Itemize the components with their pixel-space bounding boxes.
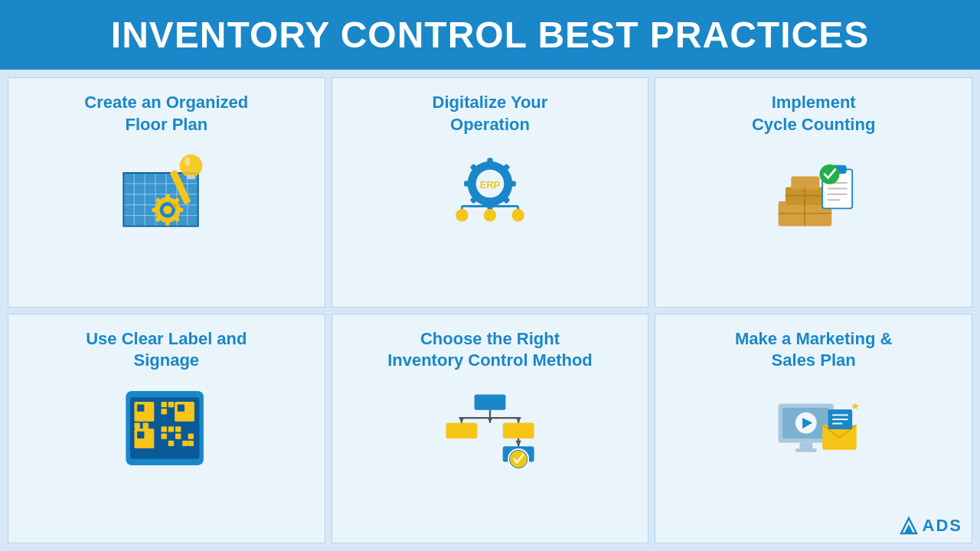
cell-5-title: Choose the RightInventory Control Method: [387, 328, 593, 372]
svg-rect-15: [165, 194, 170, 200]
svg-rect-66: [135, 402, 155, 422]
svg-rect-19: [165, 220, 170, 225]
svg-rect-76: [143, 423, 149, 429]
svg-rect-87: [446, 423, 477, 439]
svg-rect-82: [168, 441, 174, 446]
cell-control-method: Choose the RightInventory Control Method: [332, 314, 649, 544]
svg-rect-73: [168, 402, 174, 407]
svg-rect-81: [175, 434, 181, 439]
ads-logo-icon: [898, 515, 920, 536]
svg-point-63: [819, 165, 839, 184]
svg-rect-69: [178, 405, 185, 412]
svg-point-100: [510, 451, 527, 468]
content-grid: Create an OrganizedFloor Plan: [0, 70, 980, 551]
cell-1-title: Create an OrganizedFloor Plan: [84, 92, 248, 135]
cell-4-title: Use Clear Label andSignage: [86, 328, 247, 372]
marketing-icon: [764, 383, 864, 474]
svg-rect-83: [183, 441, 188, 446]
svg-point-27: [185, 157, 190, 165]
svg-rect-86: [475, 395, 506, 410]
cell-floor-plan: Create an OrganizedFloor Plan: [8, 77, 325, 308]
svg-point-44: [484, 209, 497, 222]
svg-rect-84: [188, 434, 194, 439]
svg-rect-79: [175, 426, 181, 432]
svg-rect-32: [506, 181, 516, 186]
svg-marker-96: [459, 417, 464, 422]
svg-point-14: [164, 205, 172, 214]
svg-rect-78: [168, 426, 174, 432]
svg-rect-67: [137, 405, 144, 412]
svg-rect-74: [162, 409, 167, 414]
svg-point-45: [511, 209, 524, 222]
svg-rect-68: [175, 402, 194, 422]
erp-icon: ERP: [448, 146, 532, 238]
cell-label-signage: Use Clear Label andSignage: [8, 314, 325, 544]
svg-marker-95: [487, 417, 492, 422]
header: INVENTORY CONTROL BEST PRACTICES: [0, 0, 980, 70]
svg-rect-21: [152, 207, 158, 212]
svg-rect-30: [487, 158, 492, 168]
svg-point-43: [456, 209, 469, 222]
svg-rect-80: [162, 434, 167, 439]
svg-rect-75: [135, 423, 140, 429]
page-title: INVENTORY CONTROL BEST PRACTICES: [111, 14, 869, 56]
control-method-icon: [440, 383, 540, 474]
svg-rect-85: [188, 441, 194, 446]
cycle-counting-icon: [764, 146, 864, 238]
svg-rect-72: [162, 402, 167, 407]
svg-rect-26: [187, 174, 195, 179]
ads-logo-text: ADS: [923, 516, 962, 536]
cell-6-title: Make a Marketing &Sales Plan: [735, 328, 892, 372]
svg-text:ERP: ERP: [480, 178, 501, 190]
svg-marker-112: [851, 402, 859, 409]
ads-logo: ADS: [898, 515, 962, 536]
cell-cycle-counting: ImplementCycle Counting: [655, 77, 972, 308]
svg-rect-17: [178, 207, 183, 212]
cell-3-title: ImplementCycle Counting: [752, 92, 875, 135]
svg-rect-88: [503, 423, 534, 439]
svg-rect-77: [162, 426, 167, 432]
svg-point-25: [180, 155, 203, 178]
svg-rect-52: [791, 176, 819, 189]
svg-marker-98: [515, 441, 521, 446]
svg-rect-36: [464, 181, 474, 186]
svg-marker-97: [515, 417, 521, 422]
cell-digitalize: Digitalize YourOperation ERP: [332, 77, 649, 308]
svg-rect-70: [135, 429, 155, 448]
cell-marketing: Make a Marketing &Sales Plan: [655, 314, 972, 544]
page-wrapper: INVENTORY CONTROL BEST PRACTICES Create …: [0, 0, 980, 551]
label-signage-icon: [120, 383, 212, 474]
cell-2-title: Digitalize YourOperation: [433, 92, 548, 135]
svg-rect-106: [795, 448, 817, 452]
svg-rect-71: [137, 432, 144, 439]
floor-plan-icon: [116, 146, 216, 238]
